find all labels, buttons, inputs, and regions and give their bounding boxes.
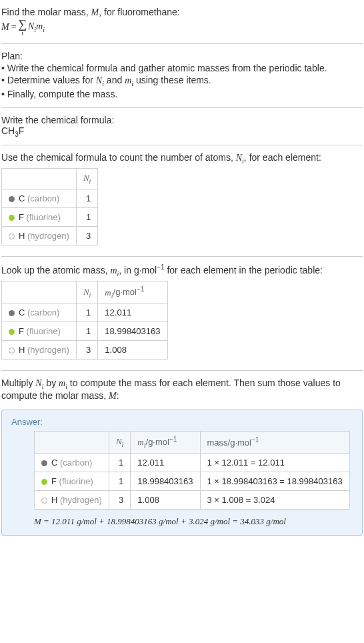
table-row: F (fluorine) 1 <box>2 207 98 226</box>
table-row: C (carbon) 1 <box>2 189 98 207</box>
plan-list: Write the chemical formula and gather at… <box>1 63 363 99</box>
answer-table: Ni mi/g·mol−1 mass/g·mol−1 C (carbon) 1 … <box>34 431 350 510</box>
divider <box>1 370 363 371</box>
final-equation: M = 12.011 g/mol + 18.998403163 g/mol + … <box>34 516 353 527</box>
element-dot-icon <box>9 329 15 335</box>
plan-item: Write the chemical formula and gather at… <box>1 63 363 73</box>
intro-text: Find the molar mass, M, for fluoromethan… <box>1 7 363 18</box>
atomic-mass-heading: Look up the atomic mass, mi, in g·mol−1 … <box>1 263 363 277</box>
header-mi: mi/g·mol−1 <box>98 281 167 303</box>
element-dot-icon <box>9 233 15 239</box>
header-mi: mi/g·mol−1 <box>131 432 200 454</box>
element-dot-icon <box>41 479 47 485</box>
divider <box>1 256 363 257</box>
plan-heading: Plan: <box>1 51 363 61</box>
molar-mass-equation: M = ∑ i Nimi <box>1 18 45 37</box>
header-mass: mass/g·mol−1 <box>200 432 349 454</box>
table-row: C (carbon) 1 12.011 1 × 12.011 = 12.011 <box>35 454 350 472</box>
count-atoms-section: Use the chemical formula to count the nu… <box>1 148 363 253</box>
element-dot-icon <box>41 498 47 504</box>
table-header-row: Ni mi/g·mol−1 mass/g·mol−1 <box>35 432 350 454</box>
eq-equals: = <box>11 22 17 33</box>
chemical-formula-section: Write the chemical formula: CH3F <box>1 111 363 142</box>
element-dot-icon <box>9 310 15 316</box>
element-dot-icon <box>9 215 15 221</box>
table-row: H (hydrogen) 3 1.008 3 × 1.008 = 3.024 <box>35 491 350 510</box>
chemical-formula: CH3F <box>1 125 363 138</box>
table-row: H (hydrogen) 3 1.008 <box>2 341 168 360</box>
atom-count-table: Ni C (carbon) 1 F (fluorine) 1 H (hydrog… <box>1 168 98 245</box>
header-element <box>2 281 77 303</box>
eq-lhs: M <box>1 22 9 33</box>
multiply-section: Multiply Ni by mi to compute the mass fo… <box>1 374 363 406</box>
divider <box>1 145 363 145</box>
intro-section: Find the molar mass, M, for fluoromethan… <box>1 3 363 41</box>
element-dot-icon <box>41 460 47 466</box>
table-header-row: Ni mi/g·mol−1 <box>2 281 168 303</box>
answer-label: Answer: <box>11 417 353 427</box>
table-row: H (hydrogen) 3 <box>2 226 98 245</box>
header-ni: Ni <box>76 281 97 303</box>
multiply-heading: Multiply Ni by mi to compute the mass fo… <box>1 378 363 402</box>
table-row: F (fluorine) 1 18.998403163 <box>2 322 168 341</box>
chemical-formula-heading: Write the chemical formula: <box>1 115 363 125</box>
atomic-mass-section: Look up the atomic mass, mi, in g·mol−1 … <box>1 259 363 368</box>
header-element <box>35 432 109 454</box>
sigma-icon: ∑ i <box>18 18 27 37</box>
header-ni: Ni <box>109 432 130 454</box>
plan-item: Determine values for Ni and mi using the… <box>1 75 363 87</box>
count-heading: Use the chemical formula to count the nu… <box>1 152 363 165</box>
answer-box: Answer: Ni mi/g·mol−1 mass/g·mol−1 C (ca… <box>1 410 363 536</box>
table-row: C (carbon) 1 12.011 <box>2 303 168 322</box>
element-dot-icon <box>9 196 15 202</box>
table-header-row: Ni <box>2 169 98 189</box>
element-dot-icon <box>9 348 15 354</box>
divider <box>1 107 363 108</box>
header-element <box>2 169 77 189</box>
plan-item: Finally, compute the mass. <box>1 89 363 99</box>
header-ni: Ni <box>76 169 97 189</box>
table-row: F (fluorine) 1 18.998403163 1 × 18.99840… <box>35 472 350 491</box>
atomic-mass-table: Ni mi/g·mol−1 C (carbon) 1 12.011 F (flu… <box>1 281 168 360</box>
plan-section: Plan: Write the chemical formula and gat… <box>1 47 363 105</box>
divider <box>1 43 363 44</box>
